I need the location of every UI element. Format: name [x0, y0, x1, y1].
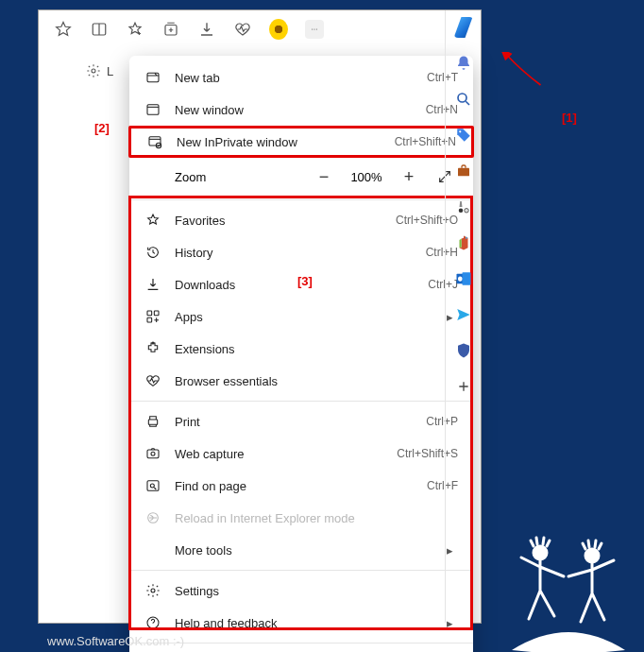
menu-item-more-tools[interactable]: More tools ▸: [129, 534, 473, 566]
menu-item-essentials[interactable]: Browser essentials: [129, 365, 473, 397]
menu-label: Downloads: [175, 278, 415, 292]
svg-point-2: [312, 28, 313, 29]
menu-item-capture[interactable]: Web capture Ctrl+Shift+S: [129, 438, 473, 470]
favorites-star-icon[interactable]: [126, 20, 144, 39]
extensions-icon: [144, 340, 161, 357]
settings-menu: New tab Ctrl+T New window Ctrl+N New InP…: [129, 56, 473, 652]
svg-point-16: [151, 452, 155, 455]
download-icon: [144, 276, 161, 293]
menu-label: New InPrivate window: [177, 135, 381, 149]
inprivate-icon: [146, 133, 163, 150]
separator: [129, 199, 473, 200]
menu-label: More tools: [175, 543, 433, 558]
find-icon: [144, 477, 161, 494]
essentials-icon: [144, 372, 161, 389]
plus-icon[interactable]: [454, 377, 473, 396]
svg-rect-10: [147, 311, 152, 316]
new-tab-icon: [144, 69, 161, 86]
menu-item-new-window[interactable]: New window Ctrl+N: [129, 94, 473, 126]
menu-label: Print: [175, 415, 413, 429]
menu-item-apps[interactable]: Apps ▸: [129, 300, 473, 333]
capture-icon: [144, 445, 161, 462]
svg-point-22: [458, 94, 466, 102]
search-icon[interactable]: [454, 90, 473, 109]
menu-item-favorites[interactable]: Favorites Ctrl+Shift+O: [129, 204, 473, 236]
print-icon: [144, 413, 161, 430]
menu-label: Help and feedback: [175, 616, 433, 630]
shield-icon[interactable]: [454, 341, 473, 360]
menu-label: Web capture: [175, 447, 383, 461]
menu-item-zoom: Zoom − 100% +: [129, 158, 473, 196]
browser-window: L www.SoftwareOK.com New tab Ctrl+T New …: [38, 9, 482, 624]
separator: [129, 401, 473, 402]
svg-point-23: [459, 130, 461, 132]
annotation-3: [3]: [297, 274, 313, 288]
menu-label: History: [175, 246, 413, 260]
sunflower-icon[interactable]: [269, 20, 288, 39]
svg-rect-15: [147, 450, 159, 458]
svg-point-31: [585, 549, 599, 562]
svg-rect-28: [462, 272, 470, 285]
settings-icon: [144, 582, 161, 599]
menu-label: Settings: [175, 584, 458, 598]
svg-rect-8: [149, 137, 161, 146]
menu-item-find[interactable]: Find on page Ctrl+F: [129, 470, 473, 502]
watermark: www.SoftwareOK.com :-): [47, 634, 184, 648]
svg-rect-24: [458, 168, 469, 177]
svg-rect-17: [147, 481, 159, 491]
apps-icon: [144, 308, 161, 325]
games-icon[interactable]: [454, 197, 473, 216]
menu-label: New tab: [175, 71, 414, 85]
menu-item-ie-mode: Reload in Internet Explorer mode: [129, 502, 473, 534]
toolbar: [39, 10, 481, 48]
ie-icon: [144, 509, 161, 526]
outlook-icon[interactable]: [454, 269, 473, 288]
svg-point-3: [314, 28, 314, 29]
menu-item-new-tab[interactable]: New tab Ctrl+T: [129, 61, 473, 94]
new-window-icon: [144, 101, 161, 118]
svg-point-5: [92, 69, 95, 73]
svg-rect-6: [147, 73, 159, 81]
menu-item-inprivate[interactable]: New InPrivate window Ctrl+Shift+N: [128, 126, 474, 158]
download-icon[interactable]: [197, 20, 216, 39]
menu-item-extensions[interactable]: Extensions: [129, 333, 473, 365]
svg-rect-11: [154, 311, 159, 316]
copilot-icon[interactable]: [454, 18, 473, 37]
svg-rect-14: [148, 420, 157, 424]
more-icon[interactable]: [305, 20, 324, 39]
menu-label: New window: [175, 103, 413, 117]
peek-letter: L: [107, 64, 113, 78]
microsoft365-icon[interactable]: [454, 233, 473, 252]
health-icon[interactable]: [233, 20, 252, 39]
zoom-out-button[interactable]: −: [311, 163, 337, 190]
svg-point-25: [458, 209, 463, 214]
svg-point-4: [316, 28, 317, 29]
svg-rect-7: [147, 105, 159, 115]
tag-icon[interactable]: [454, 126, 473, 145]
zoom-in-button[interactable]: +: [396, 163, 422, 190]
decorative-figures: [502, 529, 635, 652]
star-icon[interactable]: [54, 20, 73, 39]
history-icon: [144, 244, 161, 261]
split-screen-icon[interactable]: [90, 20, 109, 39]
annotation-1: [1]: [562, 111, 577, 125]
svg-rect-12: [147, 317, 152, 322]
menu-item-history[interactable]: History Ctrl+H: [129, 236, 473, 268]
menu-label: Reload in Internet Explorer mode: [175, 511, 458, 525]
send-icon[interactable]: [454, 305, 473, 324]
annotation-arrow: [491, 52, 557, 90]
menu-item-settings[interactable]: Settings: [129, 575, 473, 607]
svg-point-18: [150, 484, 154, 488]
menu-item-print[interactable]: Print Ctrl+P: [129, 405, 473, 438]
zoom-label: Zoom: [175, 170, 301, 184]
briefcase-icon[interactable]: [454, 162, 473, 180]
menu-label: Extensions: [175, 342, 458, 356]
menu-label: Browser essentials: [175, 374, 458, 388]
menu-label: Find on page: [175, 479, 414, 493]
favorites-icon: [144, 212, 161, 229]
bell-icon[interactable]: [454, 54, 473, 73]
menu-label: Favorites: [175, 214, 382, 228]
separator: [129, 570, 473, 571]
sidebar: [445, 10, 481, 623]
collections-icon[interactable]: [161, 20, 180, 39]
